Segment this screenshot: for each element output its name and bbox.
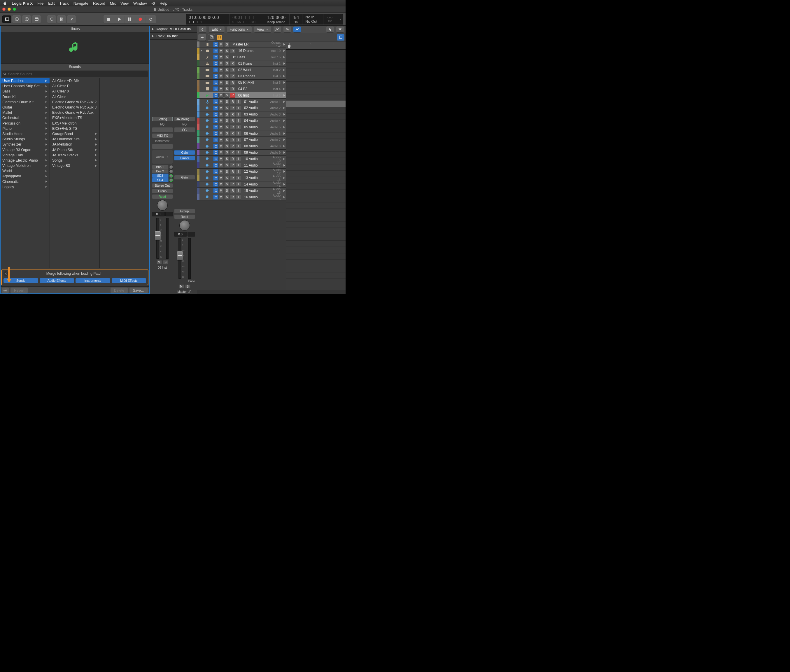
power-button[interactable] xyxy=(213,86,218,91)
smpte-sub[interactable]: 1 1 1 1 xyxy=(189,20,203,24)
solo-button[interactable]: S xyxy=(224,176,230,181)
track-header[interactable]: MSRI10 AudioAudio 10 xyxy=(197,156,286,162)
mute-button[interactable]: M xyxy=(218,150,224,155)
play-button[interactable] xyxy=(114,16,125,23)
input-monitor-button[interactable]: I xyxy=(236,131,241,136)
library-toggle-button[interactable] xyxy=(2,16,11,23)
solo-button[interactable]: S xyxy=(224,93,230,98)
division[interactable]: /16 xyxy=(294,20,298,24)
menu-app[interactable]: Logic Pro X xyxy=(12,1,33,6)
track-header[interactable]: MSR05 RhMkIIInst 5 xyxy=(197,80,286,86)
library-category-item[interactable]: Percussion xyxy=(0,121,50,126)
power-button[interactable] xyxy=(213,150,218,155)
track-name[interactable]: 07 Audio xyxy=(242,138,269,142)
track-header[interactable]: MSR16 DrumsAux 10 xyxy=(197,48,286,54)
mute-button[interactable]: M xyxy=(218,67,224,72)
menu-record[interactable]: Record xyxy=(93,1,105,6)
bars[interactable]: 0001 1 1 1 xyxy=(232,15,255,20)
library-patch-item[interactable]: All Clear X xyxy=(50,89,99,94)
mute-button[interactable]: M xyxy=(218,138,224,142)
library-category-item[interactable]: Piano xyxy=(0,126,50,131)
toolbar-toggle-button[interactable] xyxy=(32,16,41,23)
input-monitor-button[interactable]: I xyxy=(236,156,241,161)
solo-button[interactable]: S xyxy=(224,106,230,110)
track-header[interactable]: MSR04 B3Inst 4 xyxy=(197,86,286,93)
track-name[interactable]: 11 Audio xyxy=(242,163,269,167)
reassign-icon[interactable] xyxy=(282,126,286,128)
track-name[interactable]: 14 Audio xyxy=(242,182,269,186)
smart-controls-button[interactable] xyxy=(47,16,56,23)
h-scrollbar[interactable] xyxy=(197,290,345,294)
menu-file[interactable]: File xyxy=(37,1,43,6)
record-enable-button[interactable]: R xyxy=(230,99,235,104)
output-slot[interactable]: Stereo Out xyxy=(152,183,173,188)
power-button[interactable] xyxy=(213,156,218,161)
library-category-item[interactable]: Vintage Electric Piano xyxy=(0,158,50,163)
time-sig[interactable]: 4/4 xyxy=(293,15,299,20)
track-header[interactable]: MSRI02 AudioAudio 2 xyxy=(197,105,286,111)
mute-button[interactable]: M xyxy=(218,106,224,110)
power-button[interactable] xyxy=(213,163,218,168)
inspector-toggle-button[interactable]: i xyxy=(12,16,21,23)
send-knob[interactable] xyxy=(170,165,173,169)
input-monitor-button[interactable]: I xyxy=(236,99,241,104)
record-enable-button[interactable]: R xyxy=(230,169,235,174)
record-enable-button[interactable]: R xyxy=(230,156,235,161)
solo-button[interactable]: S xyxy=(224,86,230,91)
track-name[interactable]: Master LR xyxy=(230,42,269,46)
solo-button[interactable]: S xyxy=(163,260,168,264)
record-enable-button[interactable]: R xyxy=(230,61,235,66)
library-category-item[interactable]: Vintage B3 Organ xyxy=(0,147,50,152)
merge-option-button[interactable]: MIDI Effects xyxy=(112,278,146,283)
reassign-icon[interactable] xyxy=(282,88,286,90)
reassign-icon[interactable] xyxy=(282,107,286,109)
merge-option-button[interactable]: Sends xyxy=(3,278,38,283)
library-category-item[interactable]: Vintage Clav xyxy=(0,152,50,158)
solo-button[interactable]: S xyxy=(224,188,230,193)
mute-button[interactable]: M xyxy=(218,42,224,47)
solo-button[interactable]: S xyxy=(224,138,230,142)
add-track-button[interactable] xyxy=(198,34,206,40)
send-slot[interactable]: Bus 2 xyxy=(152,169,169,174)
library-category-item[interactable]: Guitar xyxy=(0,105,50,110)
solo-button[interactable]: S xyxy=(185,284,190,288)
solo-button[interactable]: S xyxy=(224,74,230,79)
track-name[interactable]: 01 Piano xyxy=(236,62,269,66)
track-name[interactable]: 10 Audio xyxy=(242,157,269,161)
library-patch-item[interactable]: Electric Grand w Rvb Aux 3 xyxy=(50,105,99,110)
track-header[interactable]: MSRI11 AudioAudio 11 xyxy=(197,162,286,169)
mute-button[interactable]: M xyxy=(179,284,184,288)
no-input[interactable]: No In xyxy=(305,15,314,19)
track-header[interactable]: MS15 BassInst 15 xyxy=(197,54,286,61)
library-patch-item[interactable]: EXS+Rvb S-TS xyxy=(50,126,99,131)
track-name[interactable]: 03 Audio xyxy=(242,112,269,116)
reassign-icon[interactable] xyxy=(282,62,286,65)
mute-button[interactable]: M xyxy=(218,61,224,66)
power-button[interactable] xyxy=(213,131,218,136)
library-category-item[interactable]: Orchestral xyxy=(0,115,50,120)
no-output[interactable]: No Out xyxy=(305,19,317,24)
library-category-item[interactable]: User Patches xyxy=(0,78,50,83)
library-category-item[interactable]: Studio Horns xyxy=(0,131,50,136)
global-tracks-chip[interactable]: H xyxy=(217,35,222,40)
track-name[interactable]: 05 RhMkII xyxy=(236,80,269,85)
library-patch-item[interactable]: Vintage B3 xyxy=(50,163,99,168)
record-enable-button[interactable]: R xyxy=(230,80,235,85)
group-slot[interactable]: Group xyxy=(174,209,195,213)
instrument-slot[interactable] xyxy=(152,144,173,149)
pointer-tool[interactable] xyxy=(326,27,334,32)
record-enable-button[interactable]: R xyxy=(230,74,235,79)
pan-value[interactable]: 0.0 xyxy=(152,212,165,216)
send-slot[interactable]: SD3 xyxy=(152,174,169,178)
track-headers[interactable]: MSMaster LROutput 1-2MSR16 DrumsAux 10MS… xyxy=(197,42,286,290)
track-name[interactable]: 09 Audio xyxy=(242,150,269,155)
tempo[interactable]: 120.0000 xyxy=(267,15,286,20)
mute-button[interactable]: M xyxy=(218,80,224,85)
catch-button[interactable] xyxy=(293,27,301,32)
power-button[interactable] xyxy=(213,67,218,72)
search-input[interactable] xyxy=(2,71,148,77)
gain-slot[interactable]: Gain xyxy=(174,150,195,155)
mute-button[interactable]: M xyxy=(218,99,224,104)
power-button[interactable] xyxy=(213,106,218,110)
library-category-item[interactable]: Cinematic xyxy=(0,179,50,184)
